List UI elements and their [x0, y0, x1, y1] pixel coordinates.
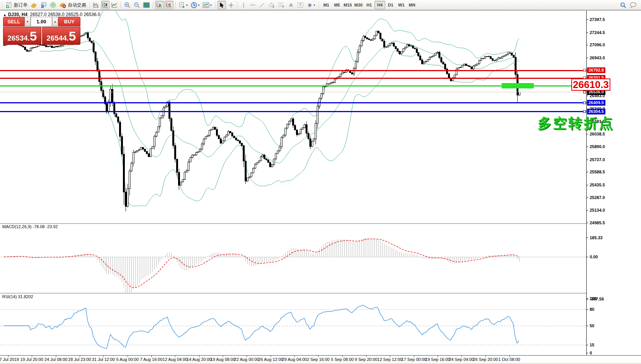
- indicators-button[interactable]: ▾: [178, 1, 189, 9]
- level-anchor-square[interactable]: [583, 91, 586, 93]
- data-window-button[interactable]: [49, 1, 57, 9]
- text-tool-button[interactable]: A: [287, 1, 295, 9]
- channel-tool-button[interactable]: E: [267, 1, 276, 9]
- price-tick-label: 25134.0: [590, 208, 605, 212]
- cursor-tool-button[interactable]: [217, 1, 226, 9]
- autotrading-button[interactable]: 自动交易: [58, 1, 87, 9]
- macd-label: MACD(12,26,9) -78.08 -23.92: [2, 224, 58, 229]
- time-label: 22 Aug 00:00: [234, 357, 259, 362]
- candlestick-chart-button[interactable]: [101, 1, 110, 9]
- buy-price-panel[interactable]: 26544.5: [42, 27, 80, 45]
- periods-dropdown-caret[interactable]: ▾: [198, 3, 199, 7]
- toolbar-grip[interactable]: [318, 2, 319, 8]
- periods-button[interactable]: ▾: [190, 1, 201, 9]
- line-chart-icon: [111, 2, 118, 8]
- resistance-line-26792.8[interactable]: [0, 70, 586, 71]
- volume-down-button[interactable]: ▼: [25, 17, 31, 26]
- timeframe-m1-button[interactable]: M1: [321, 1, 332, 9]
- pivot-highlight-rect[interactable]: [502, 83, 534, 88]
- volume-input[interactable]: 1.00: [31, 17, 52, 26]
- zoom-out-icon: [134, 2, 140, 8]
- collapse-panel-icon[interactable]: ▲: [3, 13, 7, 17]
- auto-scroll-button[interactable]: [155, 1, 164, 9]
- indicators-dropdown-caret[interactable]: ▾: [186, 3, 188, 7]
- time-label: 19 Aug 08:00: [211, 357, 235, 362]
- arrows-tool-button[interactable]: ▾: [306, 1, 316, 9]
- level-anchor-square[interactable]: [583, 69, 586, 72]
- zoom-in-button[interactable]: [123, 1, 132, 9]
- timeframe-m5-button[interactable]: M5: [332, 1, 342, 9]
- crosshair-tool-button[interactable]: [227, 1, 235, 9]
- line-chart-button[interactable]: [110, 1, 119, 9]
- new-order-button[interactable]: 新订单: [5, 1, 29, 9]
- symbol-period: DJ30, H4: [8, 12, 28, 17]
- tile-windows-button[interactable]: [142, 1, 151, 9]
- rsi-axis-label: 0: [590, 351, 592, 355]
- candlestick-chart-icon: [102, 2, 108, 8]
- timeframe-d1-button[interactable]: D1: [385, 1, 396, 9]
- macd-canvas[interactable]: [0, 224, 587, 293]
- price-tick-mark: [587, 96, 588, 96]
- price-tick-label: 25890.0: [590, 144, 605, 149]
- timeframe-h4-button[interactable]: H4: [374, 1, 385, 9]
- trendline-tool-button[interactable]: [258, 1, 266, 9]
- resistance-line-26701.5[interactable]: [0, 78, 586, 79]
- time-label: 14 Aug 20:00: [187, 357, 212, 362]
- timeframe-mn-button[interactable]: MN: [407, 1, 417, 9]
- arrows-dropdown-caret[interactable]: ▾: [314, 3, 315, 7]
- level-anchor-square[interactable]: [583, 110, 586, 113]
- toolbar-grip[interactable]: [89, 2, 90, 8]
- turning-point-annotation[interactable]: 多空转折点: [538, 114, 614, 133]
- timeframe-h1-button[interactable]: H1: [364, 1, 374, 9]
- rsi-axis-tick: [586, 326, 588, 326]
- timeframe-m30-button[interactable]: M30: [353, 1, 364, 9]
- toolbar-grip[interactable]: [214, 2, 216, 8]
- sell-price-panel[interactable]: 26534.5: [3, 27, 41, 45]
- rsi-label: RSI(14) 31.8202: [2, 294, 33, 299]
- sell-button[interactable]: SELL: [3, 17, 25, 26]
- price-tick-mark: [587, 33, 588, 33]
- search-button[interactable]: [619, 1, 628, 9]
- price-callout-box[interactable]: 26610.3: [571, 78, 610, 91]
- time-label: 17 Jul 2019: [0, 357, 19, 362]
- timeframe-w1-button[interactable]: W1: [396, 1, 407, 9]
- time-label: 7 Aug 16:00: [140, 357, 163, 362]
- fibonacci-icon: F: [278, 2, 285, 8]
- text-label-tool-button[interactable]: T: [296, 1, 305, 9]
- autotrading-label: 自动交易: [68, 2, 86, 8]
- chart-title: ▲DJ30, H4 26527.0 26538.0 26525.0 26536.…: [3, 12, 100, 17]
- trendline-icon: [259, 2, 265, 8]
- price-chart-canvas[interactable]: [0, 11, 587, 224]
- toolbar-grip[interactable]: [2, 2, 3, 8]
- zoom-out-button[interactable]: [132, 1, 141, 9]
- market-watch-button[interactable]: [29, 1, 38, 9]
- horizontal-line-tool-button[interactable]: [249, 1, 257, 9]
- fibonacci-tool-button[interactable]: F: [277, 1, 286, 9]
- support-line-26304.5[interactable]: [0, 111, 586, 112]
- sell-price-main: 26534: [7, 34, 28, 42]
- profiles-button[interactable]: [39, 1, 48, 9]
- chat-button[interactable]: [628, 1, 638, 9]
- volume-up-button[interactable]: ▲: [52, 17, 58, 26]
- price-tick-label: 25737.0: [590, 157, 605, 162]
- templates-button[interactable]: ▾: [201, 1, 213, 9]
- zoom-in-icon: [124, 2, 131, 8]
- bar-chart-button[interactable]: [92, 1, 100, 9]
- support-line-26409.5[interactable]: [0, 102, 586, 103]
- one-click-trading-panel: SELL ▼ 1.00 ▲ BUY 26534.5 26544.5: [3, 17, 80, 45]
- price-axis[interactable]: 27397.527244.527096.026943.026790.026641…: [587, 11, 641, 362]
- current-price-line-26536[interactable]: [0, 92, 586, 92]
- chart-shift-icon: [166, 2, 172, 8]
- rsi-canvas[interactable]: [0, 294, 587, 354]
- search-icon: [620, 2, 626, 8]
- pivot-line-26610.3[interactable]: [0, 85, 586, 87]
- time-label: 26 Aug 12:00: [258, 357, 283, 362]
- time-axis[interactable]: 17 Jul 201919 Jul 20:0024 Jul 08:0028 Ju…: [0, 355, 641, 363]
- level-anchor-square[interactable]: [583, 101, 586, 104]
- timeframe-m15-button[interactable]: M15: [342, 1, 353, 9]
- templates-dropdown-caret[interactable]: ▾: [210, 3, 212, 7]
- chart-shift-button[interactable]: [165, 1, 173, 9]
- vertical-line-tool-button[interactable]: [239, 1, 248, 9]
- buy-button[interactable]: BUY: [58, 17, 80, 26]
- ohlc-values: 26527.0 26538.0 26525.0 26536.0: [30, 12, 100, 17]
